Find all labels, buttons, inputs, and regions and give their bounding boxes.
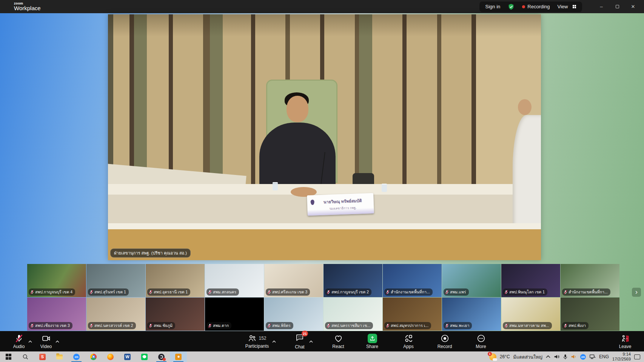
- participant-name-tag: สพป.สุรินทร์ เขต 1: [88, 288, 129, 296]
- gallery-next-page-button[interactable]: ›: [632, 288, 641, 297]
- taskbar-clock[interactable]: 9:14 17/2/2569: [612, 352, 631, 361]
- participant-tile[interactable]: สพป.นครสวรรค์ เขต 2: [86, 298, 145, 331]
- participant-tile[interactable]: สพป.สุรินทร์ เขต 1: [86, 264, 145, 297]
- apps-button[interactable]: Apps: [398, 331, 419, 351]
- participant-name-tag: สพป.เชียงราย เขต 3: [29, 322, 72, 329]
- recording-indicator[interactable]: Recording: [522, 4, 550, 9]
- language-indicator[interactable]: ENG: [599, 354, 609, 359]
- muted-mic-icon: [445, 290, 449, 295]
- participant-tile[interactable]: สพม.พะเยา: [442, 298, 501, 331]
- windows-taskbar: S zm W 1: [0, 351, 644, 362]
- minimize-button[interactable]: –: [593, 0, 609, 13]
- heart-icon: [334, 334, 343, 343]
- action-center-icon[interactable]: [634, 354, 640, 359]
- capture-app-icon: [175, 354, 182, 360]
- video-button[interactable]: Video: [35, 331, 57, 351]
- participant-tile[interactable]: สพป.สมุทรปราการ เ...: [383, 298, 442, 331]
- participant-name-tag: สพม.ตาก: [206, 322, 231, 329]
- taskbar-file-explorer[interactable]: [51, 351, 68, 362]
- participants-button[interactable]: 152 Participants: [241, 331, 273, 351]
- muted-mic-icon: [267, 290, 271, 295]
- volume-icon[interactable]: [554, 354, 560, 359]
- taskbar-firefox[interactable]: [102, 351, 119, 362]
- participant-name: สพป.กาญจนบุรี เขต 4: [35, 289, 72, 295]
- participant-tile[interactable]: สพม.ชัยภูมิ: [146, 298, 205, 331]
- tray-mic-icon[interactable]: [563, 354, 567, 360]
- participants-options-chevron[interactable]: [271, 337, 277, 345]
- participant-name: สำนักงานเขตพื้นที่กา...: [569, 289, 608, 295]
- clock-time: 9:14: [612, 352, 631, 357]
- participant-tile[interactable]: สพป.กาญจนบุรี เขต 4: [27, 264, 86, 297]
- video-options-chevron[interactable]: [54, 337, 60, 345]
- participant-tile[interactable]: สพม.พิจิตร: [264, 298, 323, 331]
- main-speaker-video: นายวิษณุ ทรัพย์สมบัติ รองเลขาธิการ กพฐ. …: [108, 14, 541, 260]
- chat-options-chevron[interactable]: [308, 337, 314, 345]
- weather-icon[interactable]: 1: [489, 353, 496, 360]
- tray-speaker-orange-icon[interactable]: [571, 354, 577, 359]
- recording-dot-icon: [522, 5, 525, 8]
- s-app-icon: S: [39, 354, 46, 360]
- participant-tile[interactable]: สพม.แพร่: [442, 264, 501, 297]
- record-button[interactable]: Record: [434, 331, 455, 351]
- participant-name: สพม.พะเยา: [450, 322, 469, 329]
- taskbar-obs[interactable]: [153, 351, 170, 362]
- muted-mic-icon: [386, 324, 390, 328]
- participant-tile[interactable]: สพป.กาญจนบุรี เขต 2: [324, 264, 382, 297]
- taskbar-app-s[interactable]: S: [34, 351, 51, 362]
- participant-tile[interactable]: สพป.ศรีสะเกษ เขต 3: [264, 264, 323, 297]
- encryption-shield-icon[interactable]: [508, 3, 515, 10]
- participant-tile[interactable]: สพม.สกลนคร: [205, 264, 264, 297]
- sign-in-button[interactable]: Sign in: [485, 4, 501, 9]
- hidden-icons-chevron[interactable]: [546, 355, 550, 358]
- participant-name: สพม.ชัยภูมิ: [154, 322, 173, 329]
- muted-mic-icon: [89, 290, 93, 295]
- close-button[interactable]: ✕: [625, 0, 641, 13]
- gallery-view-icon: [573, 5, 576, 9]
- meeting-toolbar: Audio Video: [0, 331, 644, 351]
- participant-tile[interactable]: สพป.เชียงราย เขต 3: [27, 298, 86, 331]
- weather-desc[interactable]: มีแดดส่วนใหญ่: [513, 353, 543, 360]
- more-button[interactable]: More: [470, 331, 491, 351]
- maximize-button[interactable]: [609, 0, 625, 13]
- taskbar-zoom-app[interactable]: zm: [68, 351, 85, 362]
- participant-tile[interactable]: สำนักงานเขตพื้นที่กา...: [561, 264, 619, 297]
- participant-tile[interactable]: สพป.อุดรธานี เขต 1: [146, 264, 205, 297]
- taskbar-line-app[interactable]: [136, 351, 153, 362]
- participant-tile[interactable]: สำนักงานเขตพื้นที่กา...: [383, 264, 442, 297]
- taskbar-chrome[interactable]: [85, 351, 102, 362]
- muted-mic-icon: [504, 290, 508, 295]
- participant-name-tag: สำนักงานเขตพื้นที่กา...: [384, 288, 433, 296]
- record-icon: [440, 334, 450, 343]
- muted-mic-icon: [564, 324, 567, 328]
- audio-options-chevron[interactable]: [27, 337, 33, 345]
- chat-button[interactable]: 21 Chat: [289, 331, 310, 351]
- react-button[interactable]: React: [328, 331, 349, 351]
- participant-tile[interactable]: สพม.ตาก: [205, 298, 264, 331]
- participant-tile[interactable]: สพป.พิษณุโลก เขต 1: [501, 264, 560, 297]
- participant-name: สพป.อุดรธานี เขต 1: [154, 289, 188, 295]
- taskbar-search-button[interactable]: [17, 351, 34, 362]
- weather-badge: 1: [488, 352, 492, 356]
- muted-mic-icon: [208, 324, 212, 328]
- start-button[interactable]: [0, 351, 17, 362]
- weather-temp[interactable]: 26°C: [500, 354, 510, 359]
- participant-name-tag: สพป.พังงา: [562, 322, 589, 329]
- tray-zoom-icon[interactable]: zm: [580, 354, 586, 360]
- taskbar-word[interactable]: W: [119, 351, 136, 362]
- view-button[interactable]: View: [558, 4, 576, 9]
- more-ellipsis-icon: [476, 334, 486, 343]
- taskbar-capture-app-active[interactable]: [170, 351, 187, 362]
- leave-button[interactable]: Leave: [615, 331, 636, 351]
- participant-name: สพป.พิษณุโลก เขต 1: [509, 289, 545, 295]
- participant-tile[interactable]: สพป.พังงา: [561, 298, 619, 331]
- audio-button[interactable]: Audio: [8, 331, 29, 351]
- participant-name-tag: สพป.นครสวรรค์ เขต 2: [88, 322, 136, 329]
- share-button[interactable]: Share: [362, 331, 383, 351]
- participant-tile[interactable]: สพม.มหาสารคาม สพ...: [501, 298, 560, 331]
- network-icon[interactable]: [589, 354, 596, 359]
- muted-mic-icon: [149, 290, 153, 295]
- firefox-icon: [107, 354, 114, 360]
- participant-name-tag: สพม.ชัยภูมิ: [147, 322, 175, 329]
- participant-tile[interactable]: สพป.นครราชสีมา เข...: [324, 298, 382, 331]
- participant-name: สพป.เชียงราย เขต 3: [35, 322, 70, 329]
